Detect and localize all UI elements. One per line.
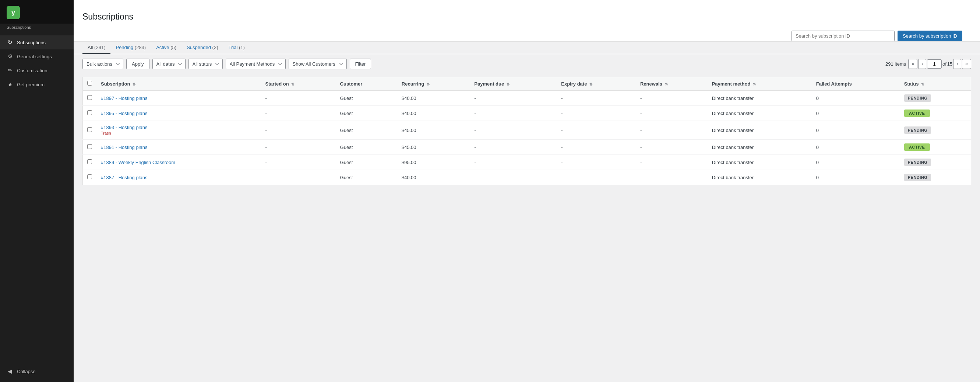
failed-attempts-cell: 0 xyxy=(812,170,900,185)
payment-method-cell: Direct bank transfer xyxy=(708,140,812,155)
subscription-cell: #1891 - Hosting plans xyxy=(97,140,261,155)
started-on-cell: - xyxy=(261,121,336,140)
table-row: #1887 - Hosting plans - Guest $40.00 - -… xyxy=(83,170,971,185)
next-page-button[interactable]: › xyxy=(953,59,961,69)
sort-status-icon[interactable]: ⇅ xyxy=(921,82,924,86)
sidebar-logo: y xyxy=(0,0,74,24)
table-body: #1897 - Hosting plans - Guest $40.00 - -… xyxy=(83,91,971,185)
expiry-date-cell: - xyxy=(557,106,636,121)
subscription-link[interactable]: #1895 - Hosting plans xyxy=(101,110,147,116)
expiry-date-cell: - xyxy=(557,91,636,106)
sidebar-item-subscriptions[interactable]: ↻ Subscriptions xyxy=(0,35,74,50)
table-row: #1895 - Hosting plans - Guest $40.00 - -… xyxy=(83,106,971,121)
sidebar-item-collapse[interactable]: ◀ Collapse xyxy=(0,364,74,378)
customer-cell: Guest xyxy=(336,121,397,140)
status-cell: ACTIVE xyxy=(900,106,971,121)
table-row: #1889 - Weekly English Classroom - Guest… xyxy=(83,155,971,170)
filter-button[interactable]: Filter xyxy=(350,59,371,69)
tab-trial[interactable]: Trial (1) xyxy=(223,42,250,54)
sidebar-item-label: Collapse xyxy=(17,369,36,374)
th-customer: Customer xyxy=(336,77,397,91)
subscription-link[interactable]: #1893 - Hosting plans xyxy=(101,125,147,130)
recurring-cell: $40.00 xyxy=(397,91,470,106)
prev-page-button[interactable]: ‹ xyxy=(918,59,926,69)
payment-method-cell: Direct bank transfer xyxy=(708,106,812,121)
subscription-link[interactable]: #1891 - Hosting plans xyxy=(101,145,147,150)
row-checkbox-cell xyxy=(83,91,97,106)
payment-method-cell: Direct bank transfer xyxy=(708,155,812,170)
search-input[interactable] xyxy=(792,30,894,41)
customer-cell: Guest xyxy=(336,91,397,106)
sort-payment-method-icon[interactable]: ⇅ xyxy=(753,82,756,86)
subscription-link[interactable]: #1889 - Weekly English Classroom xyxy=(101,160,175,165)
apply-button[interactable]: Apply xyxy=(126,59,150,69)
customer-cell: Guest xyxy=(336,140,397,155)
sort-started-on-icon[interactable]: ⇅ xyxy=(291,82,294,86)
payment-method-cell: Direct bank transfer xyxy=(708,121,812,140)
expiry-date-cell: - xyxy=(557,155,636,170)
checkbox-all-header xyxy=(83,77,97,91)
row-checkbox[interactable] xyxy=(87,95,92,100)
recurring-cell: $45.00 xyxy=(397,140,470,155)
last-page-button[interactable]: » xyxy=(962,59,971,69)
failed-attempts-cell: 0 xyxy=(812,121,900,140)
subscription-link[interactable]: #1887 - Hosting plans xyxy=(101,175,147,180)
tab-all[interactable]: All (291) xyxy=(83,42,110,54)
tab-active[interactable]: Active (5) xyxy=(151,42,181,54)
pagination-info: 291 items « ‹ of 15 › » xyxy=(885,59,971,69)
subscription-link[interactable]: #1897 - Hosting plans xyxy=(101,96,147,101)
search-area: Search by subscription ID xyxy=(83,26,971,41)
sidebar-brand-label: Subscriptions xyxy=(0,24,74,33)
row-checkbox[interactable] xyxy=(87,174,92,179)
sidebar-item-general-settings[interactable]: ⚙ General settings xyxy=(0,50,74,64)
sort-subscription-icon[interactable]: ⇅ xyxy=(132,82,135,86)
tab-pending[interactable]: Pending (283) xyxy=(110,42,151,54)
sort-renewals-icon[interactable]: ⇅ xyxy=(665,82,668,86)
show-all-customers-select[interactable]: Show All Customers xyxy=(289,59,347,69)
expiry-date-cell: - xyxy=(557,121,636,140)
started-on-cell: - xyxy=(261,170,336,185)
payment-due-cell: - xyxy=(470,170,557,185)
table-row: #1897 - Hosting plans - Guest $40.00 - -… xyxy=(83,91,971,106)
sort-expiry-date-icon[interactable]: ⇅ xyxy=(589,82,592,86)
renewals-cell: - xyxy=(636,121,708,140)
row-checkbox[interactable] xyxy=(87,159,92,164)
subscriptions-table: Subscription ⇅ Started on ⇅ Customer Rec… xyxy=(83,77,971,185)
th-failed-attempts: Failed Attempts xyxy=(812,77,900,91)
expiry-date-cell: - xyxy=(557,170,636,185)
sidebar-item-get-premium[interactable]: ★ Get premium xyxy=(0,77,74,91)
sidebar: y Subscriptions ↻ Subscriptions ⚙ Genera… xyxy=(0,0,74,382)
row-checkbox[interactable] xyxy=(87,127,92,132)
payment-due-cell: - xyxy=(470,155,557,170)
sort-payment-due-icon[interactable]: ⇅ xyxy=(507,82,509,86)
row-checkbox[interactable] xyxy=(87,144,92,149)
row-checkbox-cell xyxy=(83,155,97,170)
tab-suspended[interactable]: Suspended (2) xyxy=(181,42,223,54)
renewals-cell: - xyxy=(636,170,708,185)
bulk-actions-select[interactable]: Bulk actions xyxy=(83,59,123,69)
search-button[interactable]: Search by subscription ID xyxy=(897,30,963,41)
renewals-cell: - xyxy=(636,140,708,155)
all-payment-methods-select[interactable]: All Payment Methods xyxy=(226,59,286,69)
subscription-cell: #1893 - Hosting plans Trash xyxy=(97,121,261,140)
select-all-checkbox[interactable] xyxy=(87,81,92,86)
row-checkbox[interactable] xyxy=(87,110,92,115)
failed-attempts-cell: 0 xyxy=(812,91,900,106)
sidebar-item-label: Get premium xyxy=(17,82,45,87)
star-icon: ★ xyxy=(6,81,13,88)
status-badge: PENDING xyxy=(904,94,931,102)
all-dates-select[interactable]: All dates xyxy=(153,59,186,69)
failed-attempts-cell: 0 xyxy=(812,106,900,121)
table-row: #1891 - Hosting plans - Guest $45.00 - -… xyxy=(83,140,971,155)
started-on-cell: - xyxy=(261,91,336,106)
first-page-button[interactable]: « xyxy=(908,59,917,69)
trash-link[interactable]: Trash xyxy=(101,131,111,135)
sort-recurring-icon[interactable]: ⇅ xyxy=(427,82,430,86)
all-status-select[interactable]: All status xyxy=(188,59,223,69)
recurring-cell: $45.00 xyxy=(397,121,470,140)
row-checkbox-cell xyxy=(83,140,97,155)
page-number-input[interactable] xyxy=(927,59,942,69)
status-cell: PENDING xyxy=(900,170,971,185)
subscription-cell: #1897 - Hosting plans xyxy=(97,91,261,106)
sidebar-item-customization[interactable]: ✏ Customization xyxy=(0,64,74,77)
